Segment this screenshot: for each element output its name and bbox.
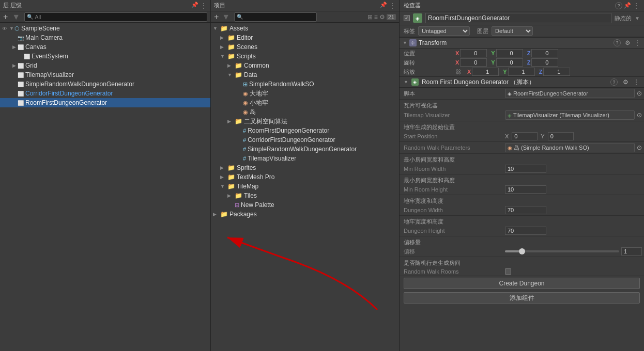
scale-z-label: Z — [539, 69, 543, 75]
project-search-input[interactable] — [244, 14, 314, 20]
project-item-scenes[interactable]: ▶ 📁 Scenes — [211, 42, 399, 52]
project-item-sprites[interactable]: ▶ 📁 Sprites — [211, 163, 399, 172]
dungeon-width-input[interactable] — [505, 206, 546, 214]
project-menu-icon[interactable]: ⋮ — [389, 2, 396, 10]
pos-z-input[interactable] — [531, 49, 558, 57]
hierarchy-item-eventsystem[interactable]: ▶ ⬜ EventSystem — [0, 52, 210, 61]
static-dropdown-icon[interactable]: ▼ — [635, 15, 640, 21]
project-item-simplerandomwalkso[interactable]: ▶ ⊞ SimpleRandomWalkSO — [211, 79, 399, 89]
script-ref-pick-icon[interactable]: ⊙ — [637, 90, 642, 97]
project-item-common[interactable]: ▶ 📁 Common — [211, 61, 399, 70]
tilemap-ref-pick-icon[interactable]: ⊙ — [637, 111, 642, 119]
arrow-scenes: ▶ — [220, 44, 226, 50]
hierarchy-search-input[interactable] — [35, 14, 205, 20]
min-room-width-input[interactable] — [505, 165, 546, 173]
min-room-height-cn: 最小房间宽度和高度 — [404, 176, 640, 184]
pos-y-input[interactable] — [496, 49, 523, 57]
inspector-help-icon[interactable]: ? — [615, 2, 622, 9]
project-item-dao[interactable]: ▶ ◉ 岛 — [211, 107, 399, 117]
script-section-arrow[interactable]: ▼ — [404, 79, 408, 85]
random-walk-pick-icon[interactable]: ⊙ — [637, 144, 642, 151]
dungeon-height-input[interactable] — [505, 227, 546, 235]
hierarchy-item-simplerandomwalk[interactable]: ▶ ⬜ SimpleRandomWalkDungeonGenerator — [0, 79, 210, 89]
min-room-height-input[interactable] — [505, 185, 546, 194]
project-item-newpalette[interactable]: ▶ ⊞ New Palette — [211, 200, 399, 210]
hierarchy-menu-icon[interactable]: ⋮ — [200, 2, 207, 10]
project-item-xiaocunyu[interactable]: ▶ ◉ 小地牢 — [211, 98, 399, 107]
project-pin-icon[interactable]: 📌 — [380, 2, 387, 10]
project-item-tilemap[interactable]: ▼ 📁 TileMap — [211, 182, 399, 191]
project-item-assets[interactable]: ▼ 📁 Assets — [211, 24, 399, 33]
project-item-packages[interactable]: ▶ 📁 Packages — [211, 210, 399, 219]
eye-icon[interactable]: 👁 — [2, 26, 9, 31]
rot-y-input[interactable] — [496, 58, 523, 67]
project-item-tiles[interactable]: ▶ 📁 Tiles — [211, 191, 399, 200]
inspector-pin-icon[interactable]: 📌 — [624, 2, 631, 9]
scene-icon: ⬡ — [14, 25, 20, 32]
project-layout-icon1[interactable]: ⊞ — [367, 13, 373, 21]
hierarchy-search-bar[interactable]: 🔍 — [24, 12, 207, 22]
corridorfirst-icon: ⬜ — [18, 91, 24, 97]
offset-cn: 偏移量 — [404, 237, 640, 246]
hierarchy-item-tilemapvisualizer[interactable]: ▶ ⬜ TilemapVisualizer — [0, 70, 210, 79]
transform-position-xyz: X Y Z — [455, 49, 640, 57]
rot-x-input[interactable] — [460, 58, 487, 67]
project-item-dadicunyu[interactable]: ▶ ◉ 大地牢 — [211, 89, 399, 98]
hierarchy-item-maincamera[interactable]: ▶ 📷 Main Camera — [0, 33, 210, 42]
arrow-roomfirst: ▶ — [12, 100, 18, 105]
hierarchy-header: 层 层级 📌 ⋮ — [0, 0, 210, 11]
project-item-editor[interactable]: ▶ 📁 Editor — [211, 33, 399, 42]
object-name-input[interactable] — [425, 13, 611, 23]
transform-arrow[interactable]: ▼ — [403, 40, 407, 45]
arrow-grid: ▶ — [12, 63, 18, 68]
project-add-icon[interactable]: + — [214, 12, 219, 22]
project-options-icon[interactable]: ⚙ — [379, 13, 385, 21]
random-walk-rooms-checkbox[interactable] — [505, 268, 511, 275]
project-item-erchashukj[interactable]: ▶ 📁 二叉树空间算法 — [211, 117, 399, 126]
hierarchy-item-canvas[interactable]: ▶ ⬜ Canvas — [0, 42, 210, 52]
script-settings-icon[interactable]: ⚙ — [623, 78, 628, 86]
script-help-icon[interactable]: ? — [610, 78, 618, 86]
add-component-button[interactable]: 添加组件 — [404, 292, 640, 304]
offset-slider-container[interactable] — [505, 247, 642, 256]
hierarchy-item-samplescene[interactable]: 👁 ▼ ⬡ SampleScene — [0, 24, 210, 33]
project-item-corridorfirstcs[interactable]: ▶ # CorridorFirstDungeonGenerator — [211, 135, 399, 145]
start-x-input[interactable] — [512, 132, 538, 140]
script-menu-icon[interactable]: ⋮ — [633, 78, 640, 86]
hierarchy-pin-icon[interactable]: 📌 — [191, 2, 198, 10]
layer-select[interactable]: Default — [492, 26, 533, 36]
project-layout-icon2[interactable]: ≡ — [374, 13, 378, 21]
position-label: 位置 — [404, 50, 455, 57]
offset-value-input[interactable] — [621, 247, 642, 256]
pos-x-input[interactable] — [460, 49, 487, 57]
hierarchy-item-corridorfirst[interactable]: ▶ ⬜ CorridorFirstDungeonGenerator — [0, 89, 210, 98]
transform-help-icon[interactable]: ? — [614, 39, 621, 46]
transform-scale-xyz: ⛓ X Y Z — [455, 68, 640, 76]
hierarchy-item-roomfirst[interactable]: ▶ ⬜ RoomFirstDungeonGenerator — [0, 98, 210, 107]
rot-z-input[interactable] — [531, 58, 558, 67]
project-item-data[interactable]: ▼ 📁 Data — [211, 70, 399, 79]
project-item-roomfirstcs[interactable]: ▶ # RoomFirstDungeonGenerator — [211, 126, 399, 135]
project-item-simplerandomwalkcs[interactable]: ▶ # SimpleRandomWalkDungeonGenerator — [211, 145, 399, 154]
transform-menu-icon[interactable]: ⋮ — [634, 39, 641, 47]
scale-x-input[interactable] — [472, 68, 499, 76]
project-folder-tree: ▼ 📁 Assets ▶ 📁 Editor ▶ 📁 Scenes ▼ 📁 Scr… — [211, 23, 399, 351]
scale-y-input[interactable] — [508, 68, 535, 76]
start-y-input[interactable] — [548, 132, 574, 140]
arrow-data: ▼ — [227, 72, 234, 77]
corridorfirstcs-icon: # — [243, 137, 246, 143]
offset-slider-track[interactable] — [505, 250, 619, 252]
hierarchy-item-grid[interactable]: ▶ ⬜ Grid — [0, 61, 210, 70]
inspector-menu-icon[interactable]: ⋮ — [633, 2, 640, 10]
project-item-textmeshpro[interactable]: ▶ 📁 TextMesh Pro — [211, 172, 399, 182]
create-dungeon-button[interactable]: Create Dungeon — [404, 278, 640, 289]
project-item-scripts[interactable]: ▼ 📁 Scripts — [211, 52, 399, 61]
project-search-bar[interactable]: 🔍 — [234, 12, 317, 22]
transform-settings-icon[interactable]: ⚙ — [625, 39, 631, 46]
scale-z-input[interactable] — [543, 68, 570, 76]
object-active-checkbox[interactable]: ✓ — [404, 15, 410, 21]
project-item-tilemapviscs[interactable]: ▶ # TilemapVisualizer — [211, 154, 399, 163]
hierarchy-add-icon[interactable]: + — [3, 12, 8, 22]
tag-select[interactable]: Untagged — [418, 26, 470, 36]
arrow-tilemap: ▼ — [220, 184, 226, 189]
